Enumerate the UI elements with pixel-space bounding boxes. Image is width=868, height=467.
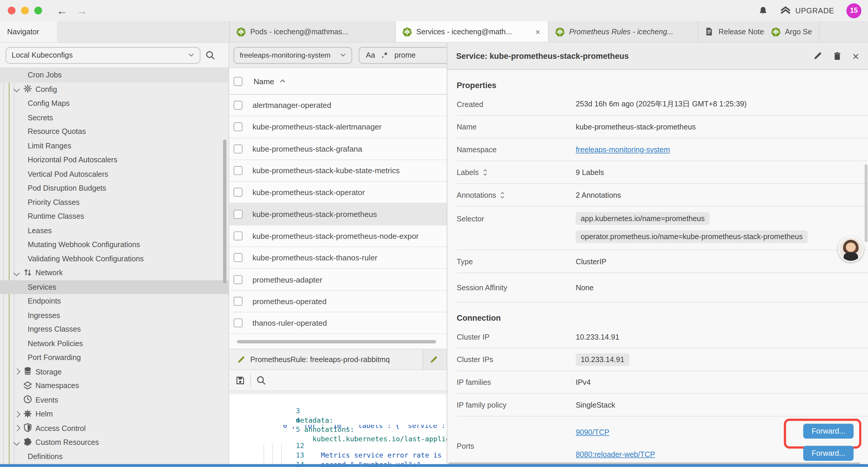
service-row[interactable]: kube-prometheus-stack-thanos-ruler [229,247,447,269]
tree-chevron-icon[interactable] [13,425,21,432]
edit-pencil-icon[interactable] [813,52,822,60]
sidebar-tree-item[interactable]: Resource Quotas [0,125,229,139]
sidebar-tree-item[interactable]: Namespaces [0,379,229,393]
filter-input[interactable]: Aa .* prome [359,47,447,63]
service-row[interactable]: thanos-ruler-operated [229,313,447,334]
regex-toggle[interactable]: .* [382,51,388,59]
row-checkbox[interactable] [234,209,243,218]
forward-button[interactable]: Forward... [803,446,854,461]
sidebar-tree-item[interactable]: Mutating Webhook Configurations [0,238,229,252]
prometheusrule-editor-tab[interactable]: PrometheusRule: freeleaps-prod-rabbitmq [229,350,423,370]
navigator-tab[interactable]: Navigator [0,21,57,42]
tree-chevron-icon[interactable] [13,439,21,446]
row-checkbox[interactable] [234,188,243,197]
tree-chevron-icon[interactable] [13,269,21,276]
close-tab-icon[interactable]: × [534,27,541,36]
sidebar-tree-item[interactable]: Network Policies [0,337,229,351]
upgrade-button[interactable]: UPGRADE [780,6,834,15]
sidebar-tree-item[interactable]: Services [0,280,229,294]
service-row[interactable]: kube-prometheus-stack-grafana [229,138,447,160]
name-column-header[interactable]: Name [253,77,274,86]
tree-chevron-icon[interactable] [13,382,21,389]
document-tab[interactable]: Pods - icecheng@mathmas... [230,21,396,42]
row-checkbox[interactable] [234,231,243,240]
yaml-editor[interactable]: 3 metadata: 4 annotations: [229,391,447,467]
port-link[interactable]: 9090/TCP [576,428,610,436]
row-checkbox[interactable] [234,319,243,327]
row-checkbox[interactable] [234,253,243,262]
notification-count-badge[interactable]: 15 [846,3,862,18]
service-row[interactable]: kube-prometheus-stack-prometheus-node-ex… [229,225,447,247]
back-arrow-icon[interactable]: ← [56,5,67,16]
sidebar-scrollbar[interactable] [223,140,226,284]
kubeconfig-select[interactable]: Local Kubeconfigs [6,47,200,63]
sidebar-tree-item[interactable]: Events [0,393,229,407]
document-tab[interactable]: Argo Se [765,21,819,42]
service-row[interactable]: kube-prometheus-stack-alertmanager [229,116,447,138]
row-checkbox[interactable] [234,297,243,305]
sidebar-tree-item[interactable]: Secrets [0,111,229,125]
detail-vertical-scrollbar[interactable] [865,164,867,242]
sidebar-tree-item[interactable]: Custom Resources [0,435,229,449]
sidebar-tree-item[interactable]: Validating Webhook Configurations [0,252,229,266]
document-tab[interactable]: Prometheus Rules - icecheng... [549,21,698,42]
sidebar-tree-item[interactable]: Ingress Classes [0,322,229,337]
sidebar-tree-item[interactable]: Config Maps [0,96,229,111]
row-checkbox[interactable] [234,123,243,132]
close-window-button[interactable] [8,6,16,14]
minimize-window-button[interactable] [21,6,29,14]
sidebar-tree-item[interactable]: Pod Disruption Budgets [0,181,229,195]
row-checkbox[interactable] [234,145,243,153]
sidebar-tree-item[interactable]: Network [0,266,229,280]
tree-chevron-icon[interactable] [13,396,21,404]
forward-button[interactable]: Forward... [803,424,854,439]
list-horizontal-scrollbar[interactable] [229,334,447,349]
sidebar-tree-item[interactable]: Leases [0,224,229,238]
sidebar-tree-item[interactable]: Cron Jobs [0,68,229,82]
save-icon[interactable] [236,376,245,385]
service-row[interactable]: prometheus-operated [229,291,447,313]
zoom-window-button[interactable] [34,6,42,14]
sidebar-tree-item[interactable]: Runtime Classes [0,209,229,224]
cluster-ip-chip[interactable]: 10.233.14.91 [576,353,629,366]
sidebar-tree-item[interactable]: Definitions [0,449,229,464]
editor-tab-partial[interactable] [423,350,447,370]
namespace-select[interactable]: freeleaps-monitoring-system [234,47,352,63]
row-checkbox[interactable] [234,275,243,284]
sidebar-tree-item[interactable]: Ingresses [0,308,229,322]
service-row[interactable]: kube-prometheus-stack-kube-state-metrics [229,160,447,182]
editor-search-icon[interactable] [256,375,267,385]
sidebar-tree-item[interactable]: Horizontal Pod Autoscalers [0,153,229,167]
sidebar-tree-item[interactable]: Access Control [0,421,229,435]
forward-arrow-icon[interactable]: → [76,5,88,16]
search-icon[interactable] [205,50,215,60]
service-row[interactable]: alertmanager-operated [229,95,447,116]
document-tab[interactable]: Services - icecheng@math... × [396,21,549,42]
sidebar-tree-item[interactable]: Storage [0,365,229,379]
sidebar-tree-item[interactable]: Helm [0,407,229,421]
sort-asc-icon[interactable] [280,79,286,83]
sidebar-tree-item[interactable]: Vertical Pod Autoscalers [0,167,229,181]
sort-updown-icon[interactable] [500,191,505,198]
sort-updown-icon[interactable] [483,169,488,176]
service-row[interactable]: kube-prometheus-stack-prometheus [229,204,447,226]
sidebar-tree-item[interactable]: Priority Classes [0,195,229,209]
port-link[interactable]: 8080:reloader-web/TCP [576,450,655,458]
tree-chevron-icon[interactable] [13,410,21,418]
row-checkbox[interactable] [234,101,243,110]
selector-chip[interactable]: operator.prometheus.io/name=kube-prometh… [576,230,808,243]
row-checkbox[interactable] [234,166,243,175]
tree-chevron-icon[interactable] [13,368,21,376]
tree-chevron-icon[interactable] [13,85,21,93]
notifications-bell-icon[interactable] [758,6,768,16]
sidebar-tree-item[interactable]: Endpoints [0,294,229,308]
selector-chip[interactable]: app.kubernetes.io/name=prometheus [576,212,710,225]
trash-icon[interactable] [833,52,841,60]
service-row[interactable]: kube-prometheus-stack-operator [229,182,447,204]
service-row[interactable]: prometheus-adapter [229,269,447,291]
select-all-checkbox[interactable] [234,77,243,86]
sidebar-tree-item[interactable]: Limit Ranges [0,139,229,153]
sidebar-tree-item[interactable]: Config [0,82,229,96]
close-panel-icon[interactable]: × [852,50,859,62]
match-case-toggle[interactable]: Aa [366,51,375,59]
